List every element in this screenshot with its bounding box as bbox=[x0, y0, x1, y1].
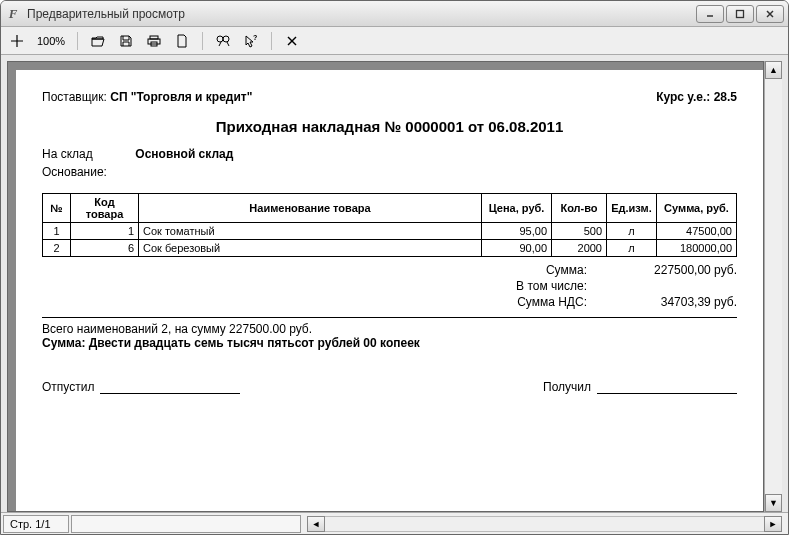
cell-code: 1 bbox=[71, 223, 139, 240]
cell-name: Сок томатный bbox=[139, 223, 482, 240]
cell-price: 90,00 bbox=[482, 240, 552, 257]
scroll-right-icon[interactable]: ► bbox=[764, 516, 782, 532]
totals-block: Сумма: 227500,00 руб. В том числе: Сумма… bbox=[42, 263, 737, 309]
cell-sum: 180000,00 bbox=[657, 240, 737, 257]
close-button[interactable] bbox=[756, 5, 784, 23]
cell-name: Сок березовый bbox=[139, 240, 482, 257]
warehouse-row: На склад Основной склад bbox=[42, 147, 737, 161]
scroll-track[interactable] bbox=[765, 79, 782, 494]
horizontal-scrollbar[interactable]: ◄ ► bbox=[307, 516, 782, 532]
table-header-row: № Код товара Наименование товара Цена, р… bbox=[43, 194, 737, 223]
svg-point-9 bbox=[217, 36, 223, 42]
table-row: 1 1 Сок томатный 95,00 500 л 47500,00 bbox=[43, 223, 737, 240]
help-pointer-icon[interactable]: ? bbox=[241, 31, 261, 51]
separator-line bbox=[42, 317, 737, 318]
signatures-row: Отпустил Получил bbox=[42, 380, 737, 394]
sig-out: Отпустил bbox=[42, 380, 240, 394]
amount-words: Двести двадцать семь тысяч пятьсот рубле… bbox=[89, 336, 420, 350]
col-code: Код товара bbox=[71, 194, 139, 223]
open-icon[interactable] bbox=[88, 31, 108, 51]
app-icon: F bbox=[5, 6, 21, 22]
sig-in-label: Получил bbox=[543, 380, 591, 394]
sig-out-label: Отпустил bbox=[42, 380, 94, 394]
summary-line: Всего наименований 2, на сумму 227500.00… bbox=[42, 322, 737, 336]
toolbar: 100% ? bbox=[1, 27, 788, 55]
toolbar-separator bbox=[77, 32, 78, 50]
cell-unit: л bbox=[607, 240, 657, 257]
toolbar-separator bbox=[202, 32, 203, 50]
svg-line-11 bbox=[219, 42, 221, 46]
fit-width-icon[interactable] bbox=[7, 31, 27, 51]
new-page-icon[interactable] bbox=[172, 31, 192, 51]
save-icon[interactable] bbox=[116, 31, 136, 51]
cell-qty: 500 bbox=[552, 223, 607, 240]
total-vat-value: 34703,39 руб. bbox=[607, 295, 737, 309]
close-preview-icon[interactable] bbox=[282, 31, 302, 51]
sig-in: Получил bbox=[543, 380, 737, 394]
scroll-left-icon[interactable]: ◄ bbox=[307, 516, 325, 532]
vertical-scrollbar[interactable]: ▲ ▼ bbox=[764, 61, 782, 512]
col-n: № bbox=[43, 194, 71, 223]
toolbar-separator bbox=[271, 32, 272, 50]
sig-in-line bbox=[597, 380, 737, 394]
rate-block: Курс у.е.: 28.5 bbox=[656, 90, 737, 104]
col-unit: Ед.изм. bbox=[607, 194, 657, 223]
titlebar: F Предварительный просмотр bbox=[1, 1, 788, 27]
statusbar: Стр. 1/1 ◄ ► bbox=[1, 512, 788, 534]
svg-rect-1 bbox=[737, 10, 744, 17]
cell-n: 1 bbox=[43, 223, 71, 240]
basis-label: Основание: bbox=[42, 165, 122, 179]
summary-block: Всего наименований 2, на сумму 227500.00… bbox=[42, 322, 737, 350]
content-area: Поставщик: СП "Торговля и кредит" Курс у… bbox=[1, 55, 788, 512]
sig-out-line bbox=[100, 380, 240, 394]
amount-words-label: Сумма: bbox=[42, 336, 85, 350]
status-empty bbox=[71, 515, 301, 533]
total-sum-label: Сумма: bbox=[467, 263, 587, 277]
supplier-block: Поставщик: СП "Торговля и кредит" bbox=[42, 90, 252, 104]
total-incl-label: В том числе: bbox=[467, 279, 587, 293]
find-icon[interactable] bbox=[213, 31, 233, 51]
rate-label: Курс у.е.: bbox=[656, 90, 710, 104]
status-page: Стр. 1/1 bbox=[3, 515, 69, 533]
cell-sum: 47500,00 bbox=[657, 223, 737, 240]
table-row: 2 6 Сок березовый 90,00 2000 л 180000,00 bbox=[43, 240, 737, 257]
print-icon[interactable] bbox=[144, 31, 164, 51]
document-page: Поставщик: СП "Торговля и кредит" Курс у… bbox=[16, 70, 763, 511]
col-price: Цена, руб. bbox=[482, 194, 552, 223]
minimize-button[interactable] bbox=[696, 5, 724, 23]
cell-price: 95,00 bbox=[482, 223, 552, 240]
total-sum-value: 227500,00 руб. bbox=[607, 263, 737, 277]
basis-row: Основание: bbox=[42, 165, 737, 179]
cell-n: 2 bbox=[43, 240, 71, 257]
scroll-up-icon[interactable]: ▲ bbox=[765, 61, 782, 79]
svg-text:?: ? bbox=[253, 34, 257, 41]
window-title: Предварительный просмотр bbox=[27, 7, 696, 21]
warehouse-value: Основной склад bbox=[135, 147, 233, 161]
doc-header-row: Поставщик: СП "Торговля и кредит" Курс у… bbox=[42, 90, 737, 104]
page-shadow: Поставщик: СП "Торговля и кредит" Курс у… bbox=[7, 61, 764, 512]
warehouse-label: На склад bbox=[42, 147, 122, 161]
preview-window: F Предварительный просмотр 100% ? Постав… bbox=[0, 0, 789, 535]
total-incl-value bbox=[607, 279, 737, 293]
col-qty: Кол-во bbox=[552, 194, 607, 223]
supplier-label: Поставщик: bbox=[42, 90, 107, 104]
rate-value: 28.5 bbox=[714, 90, 737, 104]
svg-line-12 bbox=[227, 42, 229, 46]
items-table: № Код товара Наименование товара Цена, р… bbox=[42, 193, 737, 257]
col-sum: Сумма, руб. bbox=[657, 194, 737, 223]
scroll-down-icon[interactable]: ▼ bbox=[765, 494, 782, 512]
zoom-level[interactable]: 100% bbox=[35, 35, 67, 47]
svg-point-10 bbox=[223, 36, 229, 42]
col-name: Наименование товара bbox=[139, 194, 482, 223]
cell-code: 6 bbox=[71, 240, 139, 257]
hscroll-track[interactable] bbox=[325, 516, 764, 532]
total-vat-label: Сумма НДС: bbox=[467, 295, 587, 309]
supplier-value: СП "Торговля и кредит" bbox=[110, 90, 252, 104]
cell-qty: 2000 bbox=[552, 240, 607, 257]
doc-title: Приходная накладная № 0000001 от 06.08.2… bbox=[42, 118, 737, 135]
window-buttons bbox=[696, 5, 784, 23]
maximize-button[interactable] bbox=[726, 5, 754, 23]
cell-unit: л bbox=[607, 223, 657, 240]
